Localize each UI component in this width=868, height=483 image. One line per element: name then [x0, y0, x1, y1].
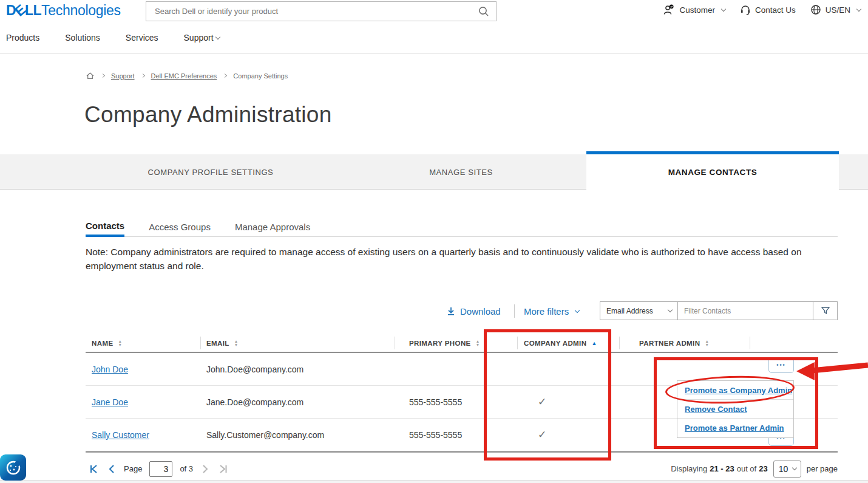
table-bottom-border: [86, 451, 838, 453]
name-cell: Jane Doe: [92, 386, 128, 418]
account-menu[interactable]: Customer: [663, 4, 725, 15]
row-actions-button[interactable]: •••: [768, 357, 794, 373]
breadcrumb-chevron-icon: [101, 74, 105, 78]
sort-icon[interactable]: ▲▼: [476, 340, 480, 346]
column-divider: [395, 337, 395, 349]
product-search: [146, 1, 497, 21]
nav-label: Services: [126, 33, 158, 43]
last-page-button[interactable]: [217, 464, 228, 474]
first-page-icon: [89, 464, 100, 474]
nav-products[interactable]: Products: [6, 33, 39, 43]
search-icon[interactable]: [478, 5, 490, 18]
column-label: NAME: [92, 340, 113, 347]
sort-ascending-icon[interactable]: ▲: [591, 340, 597, 346]
column-header-primary-phone[interactable]: PRIMARY PHONE ▲▼: [409, 333, 480, 353]
contact-name-link[interactable]: John Doe: [92, 365, 128, 374]
table-toolbar: Download More filters Email Address: [0, 301, 868, 321]
nav-services[interactable]: Services: [126, 33, 158, 43]
displaying-prefix: Displaying: [671, 464, 707, 473]
chevron-left-icon: [107, 464, 117, 474]
contact-name-link[interactable]: Sally Customer: [92, 430, 149, 440]
cookie-consent-button[interactable]: [0, 454, 26, 481]
tab-manage-contacts[interactable]: MANAGE CONTACTS: [586, 151, 839, 190]
nav-label: Solutions: [65, 33, 100, 43]
chevron-down-icon: [792, 465, 796, 470]
nav-label: Products: [6, 33, 39, 43]
search-input[interactable]: [155, 7, 478, 16]
logo-technologies: Technologies: [41, 2, 121, 18]
funnel-icon: [821, 306, 830, 315]
nav-label: Support: [184, 33, 214, 43]
chevron-down-icon: [215, 34, 220, 39]
page-number-input[interactable]: [149, 461, 172, 477]
contact-name-link[interactable]: Jane Doe: [92, 397, 128, 407]
column-divider: [750, 337, 750, 349]
column-header-name[interactable]: NAME ▲▼: [92, 333, 122, 353]
admin-note: Note: Company administrators are require…: [86, 245, 821, 273]
column-divider: [619, 337, 620, 349]
chevron-down-icon: [668, 307, 673, 312]
subtab-label: Access Groups: [149, 222, 211, 232]
top-bar: DELLTechnologies Customer: [0, 0, 868, 54]
sort-icon[interactable]: ▲▼: [705, 340, 709, 346]
more-filters-button[interactable]: More filters: [524, 301, 579, 321]
breadcrumb-dell-emc-preferences[interactable]: Dell EMC Preferences: [151, 72, 217, 80]
menu-item-promote-partner-admin[interactable]: Promote as Partner Admin: [677, 419, 793, 437]
pagination-bar: Page of 3 Displaying 21 - 23 out of 23: [0, 459, 868, 480]
contact-us-link[interactable]: Contact Us: [740, 4, 796, 15]
locale-selector[interactable]: US/EN: [810, 4, 861, 15]
subtab-access-groups[interactable]: Access Groups: [149, 217, 211, 237]
tab-company-profile-settings[interactable]: COMPANY PROFILE SETTINGS: [86, 154, 336, 190]
pagination-summary: Displaying 21 - 23 out of 23 10 per page: [671, 459, 838, 479]
tab-manage-sites[interactable]: MANAGE SITES: [336, 154, 586, 190]
menu-item-remove-contact[interactable]: Remove Contact: [677, 400, 793, 419]
apply-filter-button[interactable]: [813, 302, 837, 320]
email-cell: Jane.Doe@company.com: [206, 386, 303, 418]
company-admin-checkmark: ✓: [506, 419, 578, 451]
customer-account-icon: [663, 4, 675, 15]
home-icon[interactable]: [86, 71, 95, 80]
subtab-contacts[interactable]: Contacts: [86, 217, 124, 237]
breadcrumb: Support Dell EMC Preferences Company Set…: [86, 71, 288, 80]
download-button[interactable]: Download: [446, 301, 501, 321]
name-cell: Sally Customer: [92, 419, 149, 451]
subtab-label: Contacts: [86, 221, 124, 231]
column-header-email[interactable]: EMAIL ▲▼: [206, 333, 239, 353]
next-page-button[interactable]: [200, 464, 210, 474]
contact-filter-group: Email Address: [600, 301, 838, 320]
sort-icon[interactable]: ▲▼: [234, 340, 239, 346]
first-page-button[interactable]: [89, 464, 100, 474]
breadcrumb-chevron-icon: [223, 74, 227, 78]
per-page-label: per page: [807, 464, 838, 473]
breadcrumb-chevron-icon: [140, 74, 144, 78]
sort-icon[interactable]: ▲▼: [118, 340, 122, 346]
column-header-partner-admin[interactable]: PARTNER ADMIN ▲▼: [639, 333, 709, 353]
download-label: Download: [460, 306, 501, 317]
column-header-company-admin[interactable]: COMPANY ADMIN ▲: [524, 333, 597, 353]
last-page-icon: [217, 464, 228, 474]
chevron-down-icon: [856, 6, 861, 11]
email-cell: Sally.Customer@company.com: [206, 419, 324, 451]
displaying-total: 23: [759, 464, 767, 473]
filter-contacts-input[interactable]: [678, 302, 813, 320]
subtab-manage-approvals[interactable]: Manage Approvals: [235, 217, 310, 237]
main-nav: Products Solutions Services Support: [6, 33, 220, 43]
breadcrumb-support[interactable]: Support: [111, 72, 135, 80]
subtab-bar: Contacts Access Groups Manage Approvals: [86, 217, 838, 237]
pager-controls: Page of 3: [89, 459, 228, 479]
dell-technologies-logo[interactable]: DELLTechnologies: [6, 2, 121, 19]
previous-page-button[interactable]: [107, 464, 117, 474]
row-actions-menu: Promote as Company Admin Remove Contact …: [677, 380, 794, 438]
breadcrumb-current: Company Settings: [233, 72, 288, 80]
footer-divider: [0, 480, 868, 483]
subtab-label: Manage Approvals: [235, 222, 310, 232]
menu-item-promote-company-admin[interactable]: Promote as Company Admin: [677, 381, 793, 400]
page-size-value: 10: [779, 464, 788, 474]
cookie-icon: [5, 459, 22, 476]
filter-field-select[interactable]: Email Address: [600, 302, 678, 320]
company-admin-cell: [506, 353, 578, 385]
filter-field-value: Email Address: [606, 307, 653, 315]
nav-support[interactable]: Support: [184, 33, 220, 43]
nav-solutions[interactable]: Solutions: [65, 33, 100, 43]
page-size-select[interactable]: 10: [773, 461, 801, 478]
